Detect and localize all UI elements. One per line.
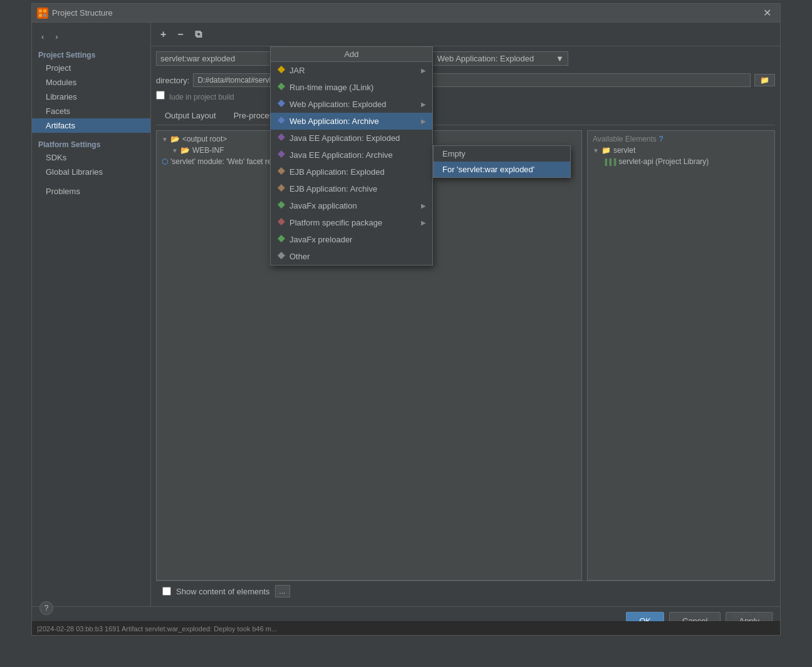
platform-icon (277, 217, 286, 228)
webapp-exploded-icon (277, 99, 286, 110)
sidebar-item-modules[interactable]: Modules (32, 75, 150, 90)
avail-item-servlet-api: ▐▐▐ servlet-api (Project Library) (590, 156, 772, 167)
remove-button[interactable]: − (173, 27, 187, 42)
bottom-bar: Show content of elements ... (156, 581, 775, 601)
javafx-icon (277, 200, 286, 211)
menu-item-webapp-archive[interactable]: Web Application: Archive ▶ (271, 113, 432, 130)
type-dropdown[interactable]: Web Application: Exploded ▼ (418, 51, 568, 66)
expand-arrow-2: ▼ (172, 147, 178, 154)
svg-marker-16 (278, 201, 285, 209)
svg-marker-9 (278, 83, 285, 90)
menu-item-webapp-archive-label: Web Application: Archive (289, 116, 379, 126)
browse-button[interactable]: 📁 (754, 74, 775, 86)
webinf-label: WEB-INF (192, 146, 224, 155)
jar-diamond-icon (277, 65, 286, 76)
submenu-item-for-servlet[interactable]: For 'servlet:war exploded' (434, 162, 570, 177)
menu-item-javaee-archive[interactable]: Java EE Application: Archive (271, 147, 432, 163)
available-panel-title: Available Elements ? (590, 133, 772, 145)
module-icon: ⬡ (162, 157, 168, 166)
svg-rect-3 (43, 14, 46, 17)
menu-item-jar-label: JAR (289, 66, 305, 75)
back-button[interactable]: ‹ (37, 30, 48, 43)
preloader-icon (277, 234, 286, 245)
sidebar-item-sdks[interactable]: SDKs (32, 150, 150, 165)
folder-icon: 📂 (170, 135, 180, 143)
runtime-icon (277, 82, 286, 93)
artifact-header: Type: Web Application: Exploded ▼ (156, 51, 775, 66)
javafx-arrow: ▶ (421, 202, 426, 209)
menu-item-webapp-exploded[interactable]: Web Application: Exploded ▶ (271, 96, 432, 113)
type-dropdown-arrow: ▼ (556, 54, 564, 63)
svg-marker-14 (278, 167, 285, 175)
expand-arrow: ▼ (162, 136, 168, 143)
svg-marker-12 (278, 133, 285, 141)
menu-item-ejb-archive[interactable]: EJB Application: Archive (271, 180, 432, 197)
panels-area: ▼ 📂 <output root> ▼ 📂 WEB-INF ⬡ 'servlet… (156, 130, 775, 581)
sidebar-item-project[interactable]: Project (32, 61, 150, 75)
sidebar: ‹ › Project Settings Project Modules Lib… (32, 23, 151, 606)
artifact-config: Type: Web Application: Exploded ▼ (151, 46, 780, 606)
svg-rect-1 (43, 9, 46, 13)
title-bar: Project Structure ✕ (32, 4, 780, 23)
dir-row: directory: 📁 (156, 73, 775, 87)
watermark: CSDN @小汪 (733, 611, 775, 620)
submenu: Empty For 'servlet:war exploded' (433, 145, 571, 178)
output-root-label: <output root> (182, 135, 227, 143)
servlet-label: servlet (613, 146, 635, 155)
copy-button[interactable]: ⧉ (190, 27, 206, 42)
menu-item-javafx[interactable]: JavaFx application ▶ (271, 197, 432, 214)
lib-icon: ▐▐▐ (603, 158, 616, 165)
menu-item-javaee-exploded[interactable]: Java EE Application: Exploded (271, 130, 432, 147)
window-title: Project Structure (52, 8, 113, 18)
ejb-exploded-icon (277, 167, 286, 177)
menu-item-other[interactable]: Other (271, 248, 432, 265)
sidebar-item-facets[interactable]: Facets (32, 104, 150, 118)
sidebar-item-libraries[interactable]: Libraries (32, 90, 150, 104)
menu-item-runtime-label: Run-time image (JLink) (289, 83, 373, 92)
menu-item-platform-label: Platform specific package (289, 218, 382, 227)
available-panel: Available Elements ? ▼ 📁 servlet ▐▐▐ ser… (587, 130, 775, 581)
dots-button[interactable]: ... (275, 585, 290, 597)
help-button[interactable]: ? (39, 601, 53, 615)
help-icon[interactable]: ? (659, 135, 664, 143)
jar-submenu-arrow: ▶ (421, 67, 426, 74)
platform-settings-section-label: Platform Settings (32, 138, 150, 150)
svg-rect-2 (39, 14, 42, 17)
menu-item-javafx-label: JavaFx application (289, 201, 357, 210)
include-checkbox[interactable] (156, 91, 165, 100)
module-icon-2: 📁 (601, 146, 611, 155)
menu-item-preloader-label: JavaFx preloader (289, 235, 352, 244)
sidebar-item-problems[interactable]: Problems (32, 184, 150, 199)
forward-button[interactable]: › (51, 30, 62, 43)
close-button[interactable]: ✕ (759, 6, 775, 20)
add-menu: Add JAR ▶ (270, 46, 433, 266)
menu-item-javaee-archive-label: Java EE Application: Archive (289, 150, 393, 160)
add-button[interactable]: + (156, 27, 170, 42)
project-settings-section-label: Project Settings (32, 48, 150, 61)
app-icon (37, 8, 48, 19)
include-text: lude in project build (169, 93, 234, 101)
project-structure-window: Project Structure ✕ ‹ › Project Settings… (31, 3, 781, 636)
javaee-exploded-icon (277, 133, 286, 143)
javaee-archive-icon (277, 150, 286, 160)
menu-item-platform-package[interactable]: Platform specific package ▶ (271, 214, 432, 231)
submenu-item-empty[interactable]: Empty (434, 146, 570, 162)
available-elements-label: Available Elements (593, 135, 657, 143)
title-bar-left: Project Structure (37, 8, 113, 19)
menu-item-runtime[interactable]: Run-time image (JLink) (271, 79, 432, 96)
other-icon (277, 251, 286, 262)
content-area: ‹ › Project Settings Project Modules Lib… (32, 23, 780, 606)
menu-title: Add (271, 47, 432, 62)
menu-item-javafx-preloader[interactable]: JavaFx preloader (271, 231, 432, 248)
menu-item-jar[interactable]: JAR ▶ (271, 62, 432, 79)
webapp-archive-icon (277, 116, 286, 127)
tab-output-layout[interactable]: Output Layout (156, 108, 225, 125)
svg-marker-17 (278, 218, 285, 225)
sidebar-item-artifacts[interactable]: Artifacts (32, 118, 150, 133)
svg-marker-15 (278, 184, 285, 192)
show-content-checkbox[interactable] (162, 587, 171, 596)
webapp-exploded-arrow: ▶ (421, 101, 426, 108)
menu-item-ejb-exploded[interactable]: EJB Application: Exploded (271, 163, 432, 180)
dir-label: directory: (156, 76, 189, 85)
sidebar-item-global-libraries[interactable]: Global Libraries (32, 165, 150, 179)
